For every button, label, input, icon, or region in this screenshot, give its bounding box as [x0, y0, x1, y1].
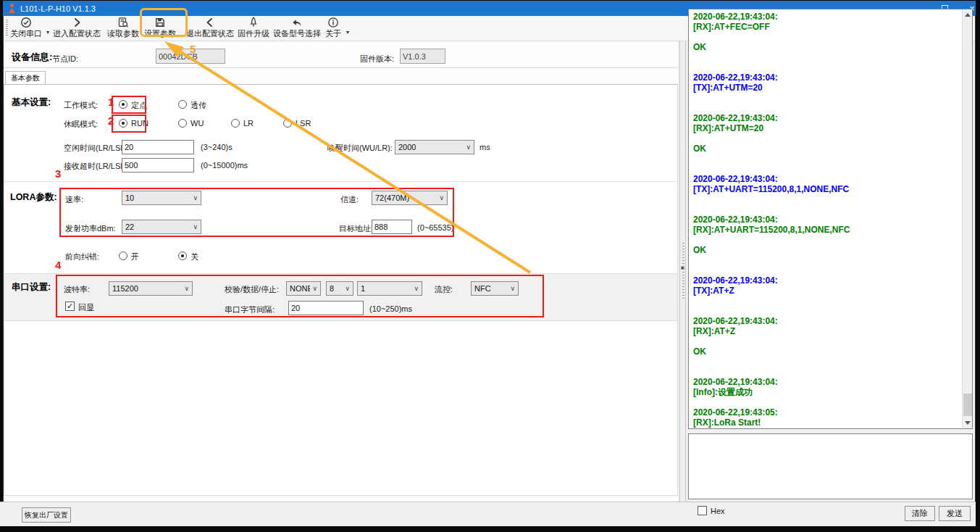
tx-power-value: 22 [125, 223, 134, 231]
send-input[interactable] [688, 433, 973, 499]
toolbar-button-about[interactable]: 关于 [324, 17, 343, 41]
work-mode-radio-transparent[interactable] [178, 100, 187, 109]
save-params-icon [154, 17, 166, 28]
work-mode-fixed-label: 定点 [131, 100, 147, 111]
sleep-mode-radio-run[interactable] [119, 119, 127, 128]
toolbar-button-firmware-upgrade[interactable]: 固件升级 [236, 17, 271, 41]
wake-time-label: 唤醒时间(WU/LR): [327, 143, 393, 154]
sleep-mode-lr-label: LR [243, 119, 254, 128]
log-line: [RX]:AT+UTM=20 [693, 123, 959, 133]
log-line: [RX]:AT+UART=115200,8,1,NONE,NFC [693, 225, 959, 235]
tab-basic-params[interactable]: 基本参数 [5, 71, 46, 85]
log-output[interactable]: 2020-06-22,19:43:04:[RX]:AT+FEC=OFF OK 2… [688, 9, 973, 429]
channel-select[interactable]: 72(470M)∨ [372, 191, 448, 205]
lora-params-label: LORA参数: [10, 191, 57, 204]
splitter-collapse-icon: ► [680, 265, 686, 271]
idle-time-input[interactable] [122, 140, 194, 154]
chevron-down-icon[interactable]: ▾ [46, 29, 49, 36]
fec-label: 前向纠错: [65, 252, 99, 262]
idle-time-label: 空闲时间(LR/LSR): [64, 143, 131, 154]
log-line [693, 52, 959, 62]
baud-rate-label: 波特率: [64, 284, 90, 295]
fec-off-label: 关 [190, 252, 198, 262]
panel-splitter[interactable]: ► [679, 41, 686, 502]
rx-timeout-label: 接收超时(LR/LSR): [64, 161, 131, 172]
sleep-mode-radio-wu[interactable] [178, 119, 187, 128]
rate-select[interactable]: 10∨ [122, 191, 201, 205]
byte-interval-input[interactable] [288, 301, 364, 315]
scrollbar-thumb[interactable] [963, 394, 972, 416]
toolbar-label: 设置参数 [144, 28, 176, 38]
scroll-up-icon[interactable] [965, 13, 971, 17]
wake-time-unit: ms [479, 143, 490, 151]
log-line [693, 255, 959, 265]
basic-settings-label: 基本设置: [12, 96, 51, 109]
toolbar-label: 进入配置状态 [53, 28, 101, 38]
parity-data-stop-label: 校验/数据/停止: [225, 284, 279, 295]
stop-bits-select[interactable]: 1∨ [357, 281, 422, 296]
flow-control-select[interactable]: NFC∨ [471, 281, 519, 296]
sleep-mode-radio-lsr[interactable] [283, 119, 292, 128]
toolbar-label: 读取参数 [107, 28, 139, 38]
log-line [693, 194, 959, 204]
work-mode-radio-fixed[interactable] [119, 100, 127, 109]
log-line [693, 336, 959, 346]
toolbar-button-close-serial[interactable]: 关闭串口 [7, 17, 45, 41]
log-line [693, 235, 959, 245]
parity-select[interactable]: NONE∨ [286, 281, 321, 296]
rx-timeout-hint: (0~15000)ms [201, 161, 248, 170]
log-line: 2020-06-22,19:43:04: [693, 113, 959, 123]
tx-power-select[interactable]: 22∨ [122, 220, 201, 234]
node-id-field[interactable] [156, 49, 225, 64]
factory-reset-button[interactable]: 恢复出厂设置 [22, 507, 71, 523]
send-button[interactable]: 发送 [939, 506, 971, 521]
flow-control-label: 流控: [435, 284, 453, 295]
rate-label: 速率: [65, 194, 83, 205]
toolbar-button-read-params[interactable]: 读取参数 [106, 17, 141, 41]
target-address-input[interactable] [372, 220, 412, 234]
wake-time-select[interactable]: 2000∨ [395, 140, 474, 154]
log-scrollbar[interactable] [962, 9, 972, 428]
sleep-mode-lsr-label: LSR [296, 119, 311, 128]
stop-bits-value: 1 [361, 284, 365, 293]
toolbar-button-exit-config[interactable]: 退出配置状态 [185, 17, 235, 41]
log-line [693, 164, 959, 174]
splitter-grip [682, 243, 684, 299]
fec-radio-off[interactable] [178, 252, 187, 260]
log-line: [TX]:AT+UTM=20 [693, 83, 959, 93]
log-line: 2020-06-22,19:43:04: [693, 275, 959, 286]
scroll-down-icon[interactable] [965, 421, 971, 425]
wake-time-value: 2000 [398, 143, 416, 151]
log-line: OK [693, 42, 959, 52]
log-line [693, 154, 959, 164]
chevron-down-icon[interactable]: ▾ [346, 29, 349, 36]
read-params-icon [117, 17, 129, 28]
enter-config-icon [71, 17, 83, 28]
baud-rate-value: 115200 [112, 284, 138, 293]
tx-power-label: 发射功率dBm: [65, 223, 116, 234]
log-line [693, 133, 959, 144]
toolbar-label: 固件升级 [238, 28, 269, 38]
app-icon [8, 4, 16, 13]
log-line: 2020-06-22,19:43:04: [693, 215, 959, 225]
log-line: 2020-06-22,19:43:04: [693, 377, 959, 387]
fec-radio-on[interactable] [119, 252, 127, 260]
chevron-down-icon: ∨ [510, 285, 515, 292]
fec-on-label: 开 [131, 252, 139, 262]
hex-checkbox[interactable] [698, 506, 707, 515]
toolbar-button-set-params[interactable]: 设置参数 [143, 17, 177, 41]
data-bits-select[interactable]: 8∨ [326, 281, 353, 296]
baud-rate-select[interactable]: 115200∨ [109, 281, 193, 296]
toolbar-button-enter-config[interactable]: 进入配置状态 [52, 17, 101, 41]
firmware-version-label: 固件版本: [360, 54, 394, 65]
data-bits-value: 8 [330, 284, 334, 293]
chevron-down-icon: ∨ [414, 285, 419, 292]
bottom-bar [0, 502, 976, 526]
sleep-mode-radio-lr[interactable] [231, 119, 240, 128]
rate-value: 10 [125, 194, 134, 202]
rx-timeout-input[interactable] [122, 158, 194, 173]
toolbar-button-device-model[interactable]: 设备型号选择 [272, 17, 322, 41]
firmware-version-field[interactable] [400, 49, 445, 64]
echo-checkbox[interactable]: ✓ [65, 302, 75, 311]
clear-button[interactable]: 清除 [905, 506, 935, 521]
